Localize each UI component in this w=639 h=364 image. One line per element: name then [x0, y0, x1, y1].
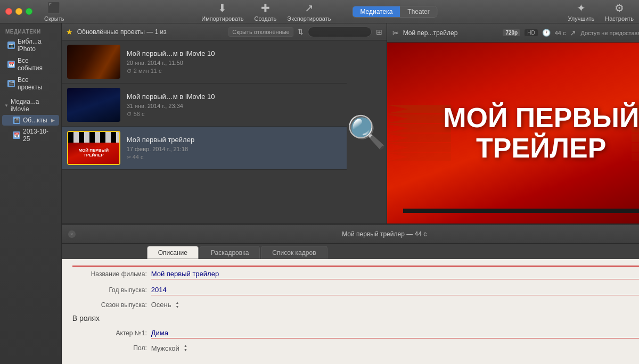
left-content: ★ Обновлённые проекты — 1 из Скрыть откл…: [62, 23, 387, 224]
gender-select[interactable]: Мужской ▲ ▼: [151, 344, 187, 352]
stepper-down-icon[interactable]: ▼: [176, 305, 179, 309]
sidebar-label-events: Все события: [18, 57, 55, 72]
tab-desc[interactable]: Описание: [147, 246, 199, 259]
close-button[interactable]: [5, 8, 12, 15]
preview-header: ✂ Мой пер...трейлер 720p HD 🕐 44 с ↗ Дос…: [387, 23, 639, 43]
season-label: Сезон выпуска:: [72, 301, 147, 309]
traffic-lights: [5, 8, 32, 15]
gender-label: Пол:: [72, 344, 147, 352]
clapperboard-overlay: [68, 132, 119, 143]
maximize-button[interactable]: [26, 8, 32, 15]
hide-icon: ⬛: [47, 2, 61, 14]
tab-storyboard[interactable]: Раскадровка: [200, 246, 260, 259]
preview-scissors-icon: ✂: [392, 29, 399, 37]
preview-access: Доступ не предоставлен: [580, 30, 639, 36]
project-date-1: 20 янв. 2014 г., 11:50: [127, 60, 341, 66]
tab-library[interactable]: Медиатека: [353, 6, 400, 17]
project-name-3: Мой первый трейлер: [127, 136, 341, 144]
form-row-season: Сезон выпуска: Осень ▲ ▼: [72, 301, 639, 309]
gender-stepper-up-icon[interactable]: ▲: [184, 344, 187, 348]
settings-toolbar-icon: ⚙: [615, 2, 624, 14]
project-info-2: Мой первый…м в iMovie 10 31 янв. 2014 г.…: [127, 93, 341, 117]
bottom-content: Название фильма: Год выпуска: Сезон выпу…: [62, 259, 639, 364]
project-item-2[interactable]: Мой первый…м в iMovie 10 31 янв. 2014 г.…: [62, 84, 347, 127]
search-input[interactable]: [308, 27, 372, 37]
obj-icon: 🎬: [13, 117, 20, 124]
grid-icon[interactable]: ⊞: [376, 28, 382, 36]
project-duration-3: ✂ 44 с: [127, 154, 341, 160]
project-thumb-1: [67, 45, 120, 79]
video-text-main: МОЙ ПЕРВЫЙ ТРЕЙЛЕР: [443, 103, 639, 163]
star-icon: ★: [66, 28, 73, 36]
project-item-3[interactable]: МОЙ ПЕРВЫЙ ТРЕЙЛЕР Мой первый трейлер 17…: [62, 127, 347, 170]
bottom-panel: × Мой первый трейлер — 44 с Описание Рас…: [62, 224, 639, 364]
preview-badge-hd: HD: [525, 29, 537, 36]
video-bar-bottom: [403, 209, 639, 213]
hide-button[interactable]: ⬛ Скрыть: [44, 2, 64, 22]
form-row-gender: Пол: Мужской ▲ ▼: [72, 344, 639, 352]
hide-rejected-button[interactable]: Скрыть отклонённые: [228, 27, 293, 37]
sidebar-item-events[interactable]: 📅 Все события: [2, 55, 59, 73]
sidebar-label-date: 2013-10-25: [23, 128, 55, 143]
projects-icon: 🎬: [7, 80, 15, 87]
stepper-up-icon[interactable]: ▲: [176, 301, 179, 305]
gender-stepper-down-icon[interactable]: ▼: [184, 348, 187, 352]
bottom-title: Мой первый трейлер — 44 с: [80, 230, 639, 238]
create-icon: ✚: [261, 2, 270, 14]
empty-area: 🔍: [347, 40, 387, 224]
actor1-label: Актер №1:: [72, 329, 147, 337]
thumb-img-2: [67, 88, 120, 122]
import-icon: ⬇: [218, 2, 227, 14]
titlebar: ⬛ Скрыть ⬇ Импортировать ✚ Создать ↗ Экс…: [0, 0, 639, 23]
tab-frames[interactable]: Список кадров: [261, 246, 327, 259]
season-stepper[interactable]: ▲ ▼: [176, 301, 179, 309]
sidebar-section-title: МЕДИАТЕКИ: [0, 27, 61, 36]
bottom-header: × Мой первый трейлер — 44 с: [62, 225, 639, 244]
share-icon[interactable]: ↗: [570, 29, 576, 37]
bottom-close-button[interactable]: ×: [68, 230, 76, 238]
project-item-1[interactable]: Мой первый…м в iMovie 10 20 янв. 2014 г.…: [62, 40, 347, 84]
project-info-3: Мой первый трейлер 17 февр. 2014 г., 21:…: [127, 136, 341, 160]
tab-theater[interactable]: Theater: [400, 6, 437, 17]
duration-icon-2: ⏱: [127, 111, 132, 117]
project-thumb-3: МОЙ ПЕРВЫЙ ТРЕЙЛЕР: [67, 131, 120, 165]
movie-title-label: Название фильма:: [72, 270, 147, 278]
preview-title: Мой пер...трейлер: [403, 29, 499, 37]
sidebar-item-bibli[interactable]: 📷 Библ...а iPhoto: [2, 36, 59, 54]
actor1-input[interactable]: [151, 328, 639, 338]
project-info-1: Мой первый…м в iMovie 10 20 янв. 2014 г.…: [127, 49, 341, 74]
form-row-actor1: Актер №1:: [72, 328, 639, 338]
right-panel: ✂ Мой пер...трейлер 720p HD 🕐 44 с ↗ Дос…: [387, 23, 639, 224]
project-date-3: 17 февр. 2014 г., 21:18: [127, 146, 341, 152]
import-button[interactable]: ⬇ Импортировать: [201, 2, 243, 22]
project-date-2: 31 янв. 2014 г., 23:34: [127, 103, 341, 109]
duration-icon-1: ⏱: [127, 68, 132, 74]
content-area: ★ Обновлённые проекты — 1 из Скрыть откл…: [62, 23, 639, 364]
gender-stepper[interactable]: ▲ ▼: [184, 344, 187, 352]
sidebar-item-projects[interactable]: 🎬 Все проекты: [2, 75, 59, 93]
project-duration-1: ⏱ 2 мин 11 с: [127, 68, 341, 74]
season-select[interactable]: Осень ▲ ▼: [151, 301, 179, 309]
triangle-icon: ▼: [4, 103, 9, 108]
project-name-1: Мой первый…м в iMovie 10: [127, 49, 341, 57]
sidebar-group-header[interactable]: ▼ Медиа...а iMovie: [0, 96, 61, 114]
sidebar-label-bibli: Библ...а iPhoto: [18, 38, 55, 53]
minimize-button[interactable]: [15, 8, 22, 15]
gender-value: Мужской: [151, 344, 179, 352]
project-thumb-2: [67, 88, 120, 122]
date-icon: 📅: [13, 131, 20, 139]
improve-button[interactable]: ✦ Улучшить: [568, 2, 595, 22]
sidebar-group-label: Медиа...а iMovie: [11, 98, 57, 113]
scissors-icon-3: ✂: [127, 154, 131, 160]
sidebar-item-obj[interactable]: 🎬 Об...кты ▶: [2, 115, 59, 126]
year-input[interactable]: [151, 285, 639, 295]
events-icon: 📅: [7, 61, 15, 68]
obj-badge: ▶: [51, 118, 55, 123]
cast-section-title: В ролях: [72, 314, 639, 322]
settings-toolbar-button[interactable]: ⚙ Настроить: [605, 2, 634, 22]
movie-title-input[interactable]: [151, 269, 639, 279]
sidebar-item-date[interactable]: 📅 2013-10-25: [2, 126, 59, 144]
export-button[interactable]: ↗ Экспортировать: [287, 2, 331, 22]
preview-duration: 44 с: [555, 30, 566, 36]
create-button[interactable]: ✚ Создать: [255, 2, 277, 22]
